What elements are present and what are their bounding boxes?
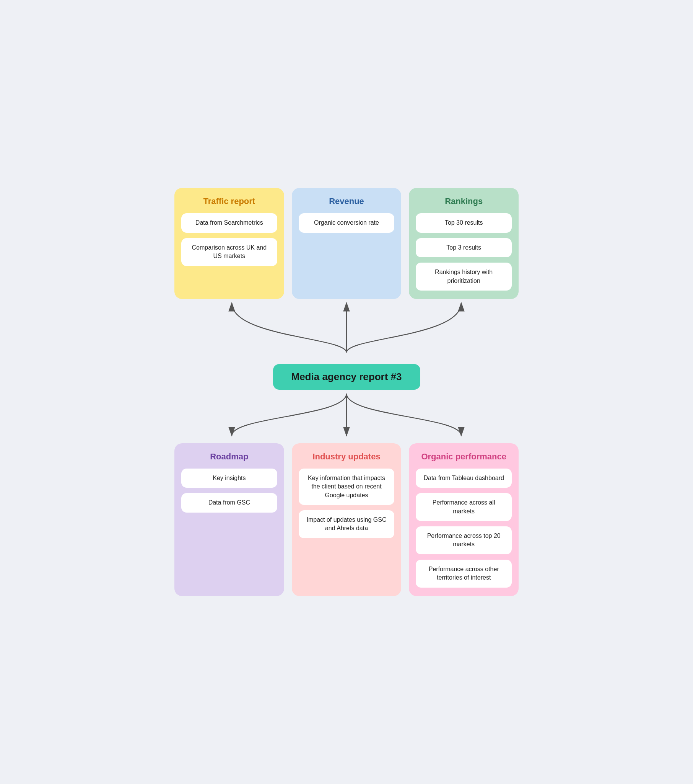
top-row: Traffic report Data from Searchmetrics C… xyxy=(174,188,519,299)
roadmap-item-2: Data from GSC xyxy=(181,493,277,512)
revenue-title: Revenue xyxy=(329,196,364,206)
top-arrows-svg xyxy=(174,299,519,360)
diagram: Traffic report Data from Searchmetrics C… xyxy=(174,188,519,596)
rankings-title: Rankings xyxy=(445,196,483,206)
traffic-title: Traffic report xyxy=(203,196,255,206)
traffic-item-1: Data from Searchmetrics xyxy=(181,213,277,232)
organic-title: Organic performance xyxy=(421,452,506,462)
traffic-box: Traffic report Data from Searchmetrics C… xyxy=(174,188,284,299)
bottom-arrows-svg xyxy=(174,394,519,440)
organic-box: Organic performance Data from Tableau da… xyxy=(409,443,519,596)
organic-item-2: Performance across all markets xyxy=(416,493,512,521)
revenue-box: Revenue Organic conversion rate xyxy=(292,188,402,299)
bottom-row: Roadmap Key insights Data from GSC Indus… xyxy=(174,443,519,596)
organic-item-3: Performance across top 20 markets xyxy=(416,526,512,554)
traffic-item-2: Comparison across UK and US markets xyxy=(181,238,277,266)
roadmap-title: Roadmap xyxy=(210,452,248,462)
organic-item-1: Data from Tableau dashboard xyxy=(416,469,512,488)
rankings-item-1: Top 30 results xyxy=(416,213,512,232)
industry-box: Industry updates Key information that im… xyxy=(292,443,402,596)
bottom-connector xyxy=(174,394,519,440)
top-connector xyxy=(174,299,519,360)
rankings-item-2: Top 3 results xyxy=(416,238,512,257)
industry-item-2: Impact of updates using GSC and Ahrefs d… xyxy=(299,510,395,538)
rankings-box: Rankings Top 30 results Top 3 results Ra… xyxy=(409,188,519,299)
industry-title: Industry updates xyxy=(312,452,380,462)
organic-item-4: Performance across other territories of … xyxy=(416,560,512,588)
rankings-item-3: Rankings history with prioritization xyxy=(416,263,512,291)
revenue-item-1: Organic conversion rate xyxy=(299,213,395,232)
center-node: Media agency report #3 xyxy=(273,364,420,390)
roadmap-box: Roadmap Key insights Data from GSC xyxy=(174,443,284,596)
roadmap-item-1: Key insights xyxy=(181,469,277,488)
industry-item-1: Key information that impacts the client … xyxy=(299,469,395,505)
center-row: Media agency report #3 xyxy=(174,364,519,390)
